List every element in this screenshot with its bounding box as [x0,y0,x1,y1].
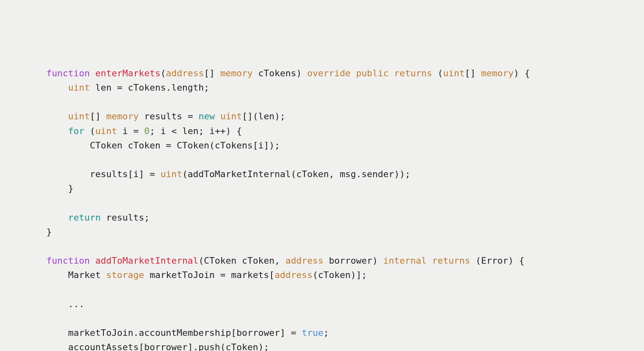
code-token: override [307,68,351,78]
code-token: } [25,227,52,237]
code-token: } [25,183,73,194]
code-token: marketToJoin = markets[ [144,270,274,280]
code-token: public [356,68,388,78]
code-token: true [302,328,324,338]
code-token: marketToJoin.accountMembership[borrower]… [25,328,302,338]
code-token: ; i < len; i++) { [150,126,242,136]
code-token: ... [25,299,84,309]
code-token: i = [117,126,144,136]
code-token: accountAssets[borrower].push(cToken); [25,342,269,351]
code-token: uint [68,111,90,121]
code-token [25,126,68,136]
code-token [351,68,356,78]
code-token: address [274,270,313,280]
code-token: uint [160,169,182,179]
code-token: [] [204,68,220,78]
code-token: storage [106,270,144,280]
code-token: uint [95,126,117,136]
code-token: results = [139,111,199,121]
code-token: returns [394,68,432,78]
code-token: internal [383,255,427,266]
code-token: address [285,255,324,266]
code-token [389,68,394,78]
code-block: function enterMarkets(address[] memory c… [25,66,619,351]
code-token: [] [465,68,481,78]
code-token: ( [84,126,96,136]
code-token: borrower) [324,255,384,266]
code-token [90,68,95,78]
code-token [25,68,46,78]
code-token: (addToMarketInternal(cToken, msg.sender)… [182,169,410,179]
code-token: addToMarketInternal [95,255,199,266]
code-token: for [68,126,84,136]
code-token: return [68,212,100,223]
code-token: memory [220,68,253,78]
code-token: (cToken)]; [313,270,367,280]
code-token: uint [443,68,465,78]
code-token [25,212,68,223]
code-token: ) { [514,68,530,78]
code-token: results[i] = [25,169,160,179]
code-token: uint [68,82,90,93]
code-token: ; [324,328,329,338]
code-token: function [46,68,90,78]
code-token: CToken cToken = CToken(cTokens[i]); [25,140,280,150]
code-token: enterMarkets [95,68,160,78]
code-token: (CToken cToken, [199,255,285,266]
code-token: results; [100,212,149,223]
code-token: cTokens) [253,68,307,78]
code-token: (Error) { [470,255,524,266]
code-token: [](len); [242,111,285,121]
code-token: function [46,255,90,266]
code-token: uint [220,111,242,121]
code-token: ( [160,68,166,78]
code-token: len = cTokens.length; [90,82,209,93]
code-token: ( [432,68,443,78]
code-token: address [166,68,204,78]
code-token: Market [25,270,106,280]
code-token: returns [432,255,470,266]
code-token: memory [106,111,139,121]
code-token: 0 [144,126,149,136]
code-token [25,111,68,121]
code-token: [] [90,111,106,121]
code-token [90,255,95,266]
code-token [25,82,68,93]
code-token [25,255,46,266]
code-token [215,111,220,121]
code-token: memory [481,68,514,78]
code-token: new [199,111,215,121]
code-token [427,255,432,266]
